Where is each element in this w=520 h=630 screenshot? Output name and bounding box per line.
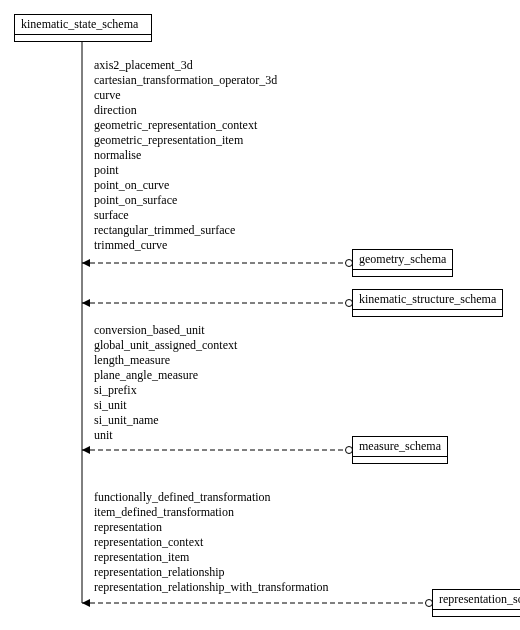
attr-item: representation_relationship_with_transfo… <box>94 580 329 595</box>
attr-item: global_unit_assigned_context <box>94 338 237 353</box>
entity-measure-schema: measure_schema <box>352 436 448 464</box>
attr-item: representation <box>94 520 329 535</box>
attr-item: geometric_representation_item <box>94 133 277 148</box>
svg-marker-2 <box>82 259 90 267</box>
attr-item: point <box>94 163 277 178</box>
attr-list-measure: conversion_based_unitglobal_unit_assigne… <box>94 323 237 443</box>
svg-marker-5 <box>82 299 90 307</box>
svg-marker-8 <box>82 446 90 454</box>
entity-title: measure_schema <box>353 437 447 457</box>
attr-item: item_defined_transformation <box>94 505 329 520</box>
entity-title: geometry_schema <box>353 250 452 270</box>
attr-item: plane_angle_measure <box>94 368 237 383</box>
entity-title: representation_schema <box>433 590 520 610</box>
attr-item: si_unit <box>94 398 237 413</box>
attr-item: surface <box>94 208 277 223</box>
entity-kinematic-state-schema: kinematic_state_schema <box>14 14 152 42</box>
attr-item: direction <box>94 103 277 118</box>
attr-item: normalise <box>94 148 277 163</box>
attr-list-representation: functionally_defined_transformationitem_… <box>94 490 329 595</box>
attr-item: axis2_placement_3d <box>94 58 277 73</box>
attr-item: point_on_curve <box>94 178 277 193</box>
attr-item: si_unit_name <box>94 413 237 428</box>
entity-title: kinematic_structure_schema <box>353 290 502 310</box>
attr-item: representation_context <box>94 535 329 550</box>
attr-item: cartesian_transformation_operator_3d <box>94 73 277 88</box>
diagram-canvas: kinematic_state_schema axis2_placement_3… <box>0 0 520 630</box>
entity-title: kinematic_state_schema <box>15 15 151 35</box>
attr-item: unit <box>94 428 237 443</box>
attr-item: functionally_defined_transformation <box>94 490 329 505</box>
attr-item: curve <box>94 88 277 103</box>
entity-representation-schema: representation_schema <box>432 589 520 617</box>
entity-kinematic-structure-schema: kinematic_structure_schema <box>352 289 503 317</box>
entity-geometry-schema: geometry_schema <box>352 249 453 277</box>
attr-item: conversion_based_unit <box>94 323 237 338</box>
attr-item: trimmed_curve <box>94 238 277 253</box>
attr-item: representation_item <box>94 550 329 565</box>
svg-marker-11 <box>82 599 90 607</box>
attr-item: point_on_surface <box>94 193 277 208</box>
attr-item: geometric_representation_context <box>94 118 277 133</box>
attr-item: representation_relationship <box>94 565 329 580</box>
attr-item: rectangular_trimmed_surface <box>94 223 277 238</box>
attr-item: si_prefix <box>94 383 237 398</box>
attr-item: length_measure <box>94 353 237 368</box>
attr-list-geometry: axis2_placement_3dcartesian_transformati… <box>94 58 277 253</box>
